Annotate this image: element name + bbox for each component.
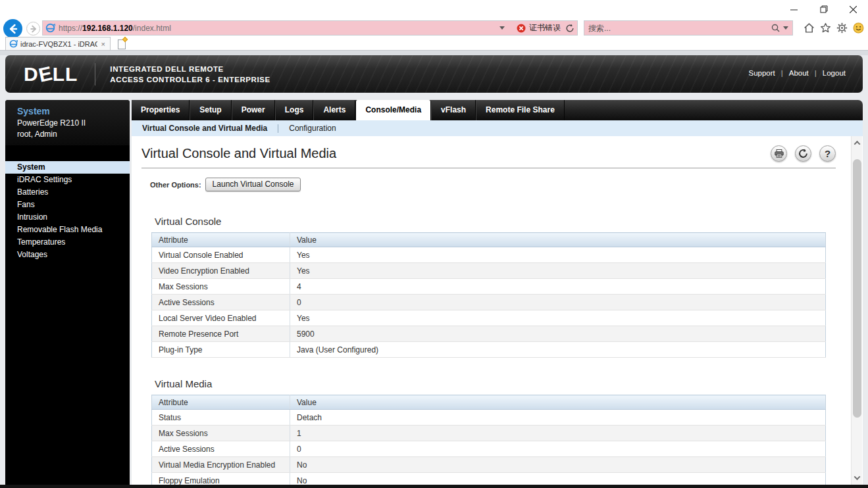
close-icon[interactable] [838,0,868,18]
table-row: Max Sessions4 [152,279,826,295]
forward-button[interactable] [26,22,40,36]
value-cell: Yes [290,247,826,263]
address-bar[interactable]: https://192.168.1.120/index.html 证书错误 [42,20,578,36]
tab-power[interactable]: Power [232,100,275,120]
table-row: Plug-in TypeJava (User Configured) [152,342,826,358]
page-scrollbar[interactable] [851,136,862,485]
value-cell: 5900 [290,326,826,342]
tab-alerts[interactable]: Alerts [313,100,355,120]
help-icon[interactable]: ? [819,145,836,162]
address-dropdown-icon[interactable] [499,26,505,30]
value-cell: Java (User Configured) [290,342,826,358]
attr-cell: Video Encryption Enabled [152,263,290,279]
table-row: Local Server Video EnabledYes [152,310,826,326]
favorites-star-icon[interactable] [819,22,831,34]
logout-link[interactable]: Logout [823,69,846,77]
link-separator: | [781,69,783,77]
virtual-console-table: Attribute Value Virtual Console EnabledY… [151,232,826,358]
sidebar-item-fans[interactable]: Fans [5,199,130,211]
dell-logo: DELL [24,63,78,85]
minimize-icon[interactable] [779,0,809,18]
main-region: Properties Setup Power Logs Alerts Conso… [132,100,863,485]
search-input[interactable] [588,24,771,33]
subtab-configuration[interactable]: Configuration [278,124,346,133]
search-icon[interactable] [771,24,780,32]
scroll-down-icon[interactable] [852,472,863,483]
tab-remote-file-share[interactable]: Remote File Share [476,100,565,120]
sidebar-item-system[interactable]: System [5,161,130,174]
tab-properties[interactable]: Properties [132,100,190,120]
subtab-virtual-console-and-virtual-media[interactable]: Virtual Console and Virtual Media [132,124,278,133]
value-cell: No [290,457,826,473]
sidebar-item-removable-flash-media[interactable]: Removable Flash Media [5,224,130,236]
feedback-smiley-icon[interactable] [852,22,864,34]
sidebar-item-intrusion[interactable]: Intrusion [5,211,130,224]
product-title: INTEGRATED DELL REMOTE ACCESS CONTROLLER… [110,64,270,85]
sidebar-item-batteries[interactable]: Batteries [5,186,130,199]
back-button[interactable] [3,19,22,38]
title-divider [141,168,836,168]
tab-console-media[interactable]: Console/Media [355,100,431,120]
value-cell: Yes [290,263,826,279]
idrac-page: DELL INTEGRATED DELL REMOTE ACCESS CONTR… [0,55,868,488]
browser-window: https://192.168.1.120/index.html 证书错误 [0,0,868,488]
value-cell: Detach [290,410,826,426]
scrollbar-thumb[interactable] [853,159,861,418]
browser-tab[interactable]: idrac-FVQBZX1 - iDRAC6... × [5,37,111,50]
logged-in-user: root, Admin [17,130,123,139]
sidebar-item-voltages[interactable]: Voltages [5,249,130,261]
server-model: PowerEdge R210 II [17,118,123,128]
column-header-value: Value [290,395,826,410]
sidebar-item-idrac-settings[interactable]: iDRAC Settings [5,174,130,186]
attr-cell: Status [152,410,290,426]
attr-cell: Virtual Media Encryption Enabled [152,457,290,473]
tab-vflash[interactable]: vFlash [431,100,476,120]
table-row: Virtual Console EnabledYes [152,247,826,263]
home-icon[interactable] [803,22,815,34]
certificate-error-badge[interactable]: 证书错误 [511,22,561,34]
value-cell: 4 [290,279,826,295]
sidebar-item-temperatures[interactable]: Temperatures [5,236,130,249]
tab-close-icon[interactable]: × [100,40,107,48]
table-header-row: Attribute Value [152,395,826,410]
print-icon[interactable] [771,145,787,162]
secondary-tabbar: Virtual Console and Virtual Media Config… [132,120,863,136]
launch-virtual-console-button[interactable]: Launch Virtual Console [205,178,301,191]
table-row: Max Sessions1 [152,426,826,441]
restore-icon[interactable] [809,0,838,18]
table-row: Virtual Media Encryption EnabledNo [152,457,826,473]
tab-logs[interactable]: Logs [275,100,314,120]
search-box[interactable] [584,20,793,36]
attr-cell: Max Sessions [152,279,290,295]
refresh-icon[interactable] [565,24,574,33]
support-link[interactable]: Support [748,69,775,77]
attr-cell: Active Sessions [152,441,290,457]
table-row: Video Encryption EnabledYes [152,263,826,279]
new-tab-button[interactable] [115,38,129,50]
url-text: https://192.168.1.120/index.html [59,24,171,33]
ie-favicon [45,23,55,33]
value-cell: 1 [290,426,826,441]
search-dropdown-icon[interactable] [783,26,788,30]
window-controls [779,0,868,18]
scroll-up-icon[interactable] [852,137,863,149]
settings-gear-icon[interactable] [836,22,848,34]
value-cell: 0 [290,295,826,310]
page-bottom-edge [0,485,868,488]
tab-setup[interactable]: Setup [190,100,231,120]
browser-tab-row: idrac-FVQBZX1 - iDRAC6... × [0,37,868,50]
virtual-console-section: Virtual Console Attribute Value Virtual … [151,216,826,358]
other-options-label: Other Options: [150,181,201,189]
about-link[interactable]: About [789,69,809,77]
dell-masthead: DELL INTEGRATED DELL REMOTE ACCESS CONTR… [5,55,863,93]
table-row: StatusDetach [152,410,826,426]
attr-cell: Remote Presence Port [152,326,290,342]
column-header-attribute: Attribute [152,395,290,410]
virtual-media-section: Virtual Media Attribute Value StatusDeta… [151,378,826,485]
sidebar-system-label: System [17,106,123,116]
refresh-page-icon[interactable] [795,145,811,162]
virtual-console-section-title: Virtual Console [155,216,826,227]
new-tab-page-icon [118,39,126,49]
window-titlebar [0,0,868,18]
primary-tabbar: Properties Setup Power Logs Alerts Conso… [132,100,863,120]
